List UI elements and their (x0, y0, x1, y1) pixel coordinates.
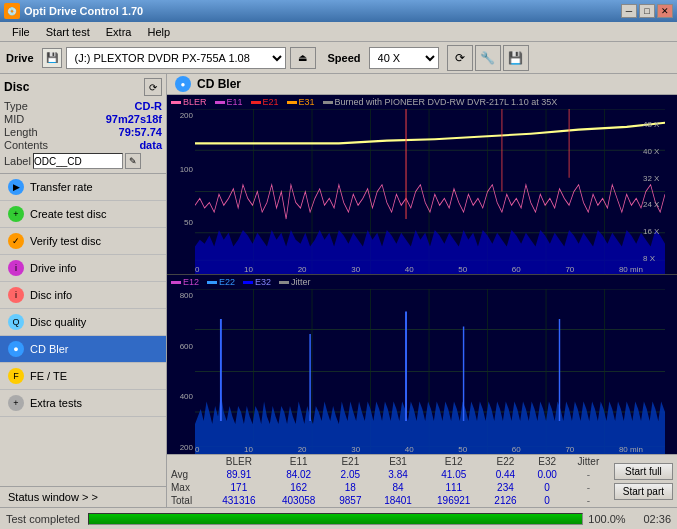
chart-icon: ● (175, 76, 191, 92)
main-layout: Disc ⟳ Type CD-R MID 97m27s18f Length 79… (0, 74, 677, 507)
burn-info-legend: Burned with PIONEER DVD-RW DVR-217L 1.10… (323, 97, 558, 107)
start-buttons: Start full Start part (610, 455, 677, 507)
row-avg-label: Avg (167, 468, 209, 481)
col-bler: BLER (209, 455, 269, 468)
col-e32: E32 (527, 455, 567, 468)
data-table: BLER E11 E21 E31 E12 E22 E32 Jitter Avg (167, 455, 610, 507)
bottom-legend: E12 E22 E32 Jitter (167, 275, 677, 289)
drive-info-icon: i (8, 260, 24, 276)
col-label (167, 455, 209, 468)
chart-area: ● CD Bler BLER E11 E21 (167, 74, 677, 507)
chart-header: ● CD Bler (167, 74, 677, 95)
e22-legend: E22 (207, 277, 235, 287)
progress-time: 02:36 (631, 513, 671, 525)
speed-label: Speed (328, 52, 361, 64)
menu-extra[interactable]: Extra (98, 24, 140, 40)
sidebar-item-transfer-rate[interactable]: ▶ Transfer rate (0, 174, 166, 201)
col-e22: E22 (484, 455, 528, 468)
verify-test-disc-label: Verify test disc (30, 235, 101, 247)
data-section: BLER E11 E21 E31 E12 E22 E32 Jitter Avg (167, 454, 677, 507)
row-max-e21: 18 (329, 481, 373, 494)
save-button[interactable]: 💾 (503, 45, 529, 71)
verify-test-disc-icon: ✓ (8, 233, 24, 249)
menu-file[interactable]: File (4, 24, 38, 40)
sidebar-item-extra-tests[interactable]: + Extra tests (0, 390, 166, 417)
disc-refresh-button[interactable]: ⟳ (144, 78, 162, 96)
row-total-jitter: - (567, 494, 610, 507)
drive-label: Drive (6, 52, 34, 64)
row-total-bler: 431316 (209, 494, 269, 507)
sidebar-item-fe-te[interactable]: F FE / TE (0, 363, 166, 390)
top-legend: BLER E11 E21 E31 Burned with PIONEER DVD… (167, 95, 677, 109)
col-e12: E12 (424, 455, 484, 468)
app-title: Opti Drive Control 1.70 (24, 5, 143, 17)
col-e21: E21 (329, 455, 373, 468)
disc-info-icon: i (8, 287, 24, 303)
e32-legend: E32 (243, 277, 271, 287)
row-max-e22: 234 (484, 481, 528, 494)
disc-info-label: Disc info (30, 289, 72, 301)
disc-contents-label: Contents (4, 139, 48, 151)
top-chart-x-labels: 0 10 20 30 40 50 60 70 80 min (195, 265, 643, 274)
speed-select[interactable]: 40 X (369, 47, 439, 69)
data-table-wrapper: BLER E11 E21 E31 E12 E22 E32 Jitter Avg (167, 455, 610, 507)
create-test-disc-label: Create test disc (30, 208, 106, 220)
status-bar: Test completed 100.0% 02:36 (0, 507, 677, 529)
row-max-jitter: - (567, 481, 610, 494)
maximize-button[interactable]: □ (639, 4, 655, 18)
cd-bler-label: CD Bler (30, 343, 69, 355)
table-row: Max 171 162 18 84 111 234 0 - (167, 481, 610, 494)
menu-start-test[interactable]: Start test (38, 24, 98, 40)
sidebar-item-verify-test-disc[interactable]: ✓ Verify test disc (0, 228, 166, 255)
transfer-rate-label: Transfer rate (30, 181, 93, 193)
extra-tests-label: Extra tests (30, 397, 82, 409)
drive-info-label: Drive info (30, 262, 76, 274)
sidebar-item-drive-info[interactable]: i Drive info (0, 255, 166, 282)
row-total-e32: 0 (527, 494, 567, 507)
disc-length-label: Length (4, 126, 38, 138)
disc-label-button[interactable]: ✎ (125, 153, 141, 169)
sidebar-item-create-test-disc[interactable]: + Create test disc (0, 201, 166, 228)
status-text: Test completed (6, 513, 80, 525)
minimize-button[interactable]: ─ (621, 4, 637, 18)
status-window-button[interactable]: Status window > > (0, 486, 166, 507)
disc-title: Disc (4, 80, 29, 94)
extra-tests-icon: + (8, 395, 24, 411)
disc-panel: Disc ⟳ Type CD-R MID 97m27s18f Length 79… (0, 74, 166, 174)
menu-help[interactable]: Help (139, 24, 178, 40)
disc-label-input[interactable] (33, 153, 123, 169)
transfer-rate-icon: ▶ (8, 179, 24, 195)
col-e31: E31 (372, 455, 424, 468)
refresh-button[interactable]: ⟳ (447, 45, 473, 71)
nav-section: ▶ Transfer rate + Create test disc ✓ Ver… (0, 174, 166, 486)
create-test-disc-icon: + (8, 206, 24, 222)
top-chart-y-right-labels: 48 X 40 X 32 X 24 X 16 X 8 X (643, 109, 677, 274)
drive-icon: 💾 (42, 48, 62, 68)
disc-label-label: Label (4, 155, 31, 167)
row-avg-e11: 84.02 (269, 468, 329, 481)
sidebar-item-disc-quality[interactable]: Q Disc quality (0, 309, 166, 336)
col-jitter: Jitter (567, 455, 610, 468)
start-part-button[interactable]: Start part (614, 483, 673, 500)
title-bar: 💿 Opti Drive Control 1.70 ─ □ ✕ (0, 0, 677, 22)
disc-mid-label: MID (4, 113, 24, 125)
close-button[interactable]: ✕ (657, 4, 673, 18)
progress-percent: 100.0% (587, 513, 627, 525)
sidebar-item-cd-bler[interactable]: ● CD Bler (0, 336, 166, 363)
settings-button[interactable]: 🔧 (475, 45, 501, 71)
drive-select[interactable]: (J:) PLEXTOR DVDR PX-755A 1.08 (66, 47, 286, 69)
disc-mid-value: 97m27s18f (106, 113, 162, 125)
row-total-e22: 2126 (484, 494, 528, 507)
col-e11: E11 (269, 455, 329, 468)
row-avg-e12: 41.05 (424, 468, 484, 481)
eject-button[interactable]: ⏏ (290, 47, 316, 69)
sidebar-item-disc-info[interactable]: i Disc info (0, 282, 166, 309)
sidebar: Disc ⟳ Type CD-R MID 97m27s18f Length 79… (0, 74, 167, 507)
start-full-button[interactable]: Start full (614, 463, 673, 480)
progress-bar (88, 513, 583, 525)
row-total-e11: 403058 (269, 494, 329, 507)
fe-te-icon: F (8, 368, 24, 384)
e12-legend: E12 (171, 277, 199, 287)
row-avg-jitter: - (567, 468, 610, 481)
row-total-e12: 196921 (424, 494, 484, 507)
